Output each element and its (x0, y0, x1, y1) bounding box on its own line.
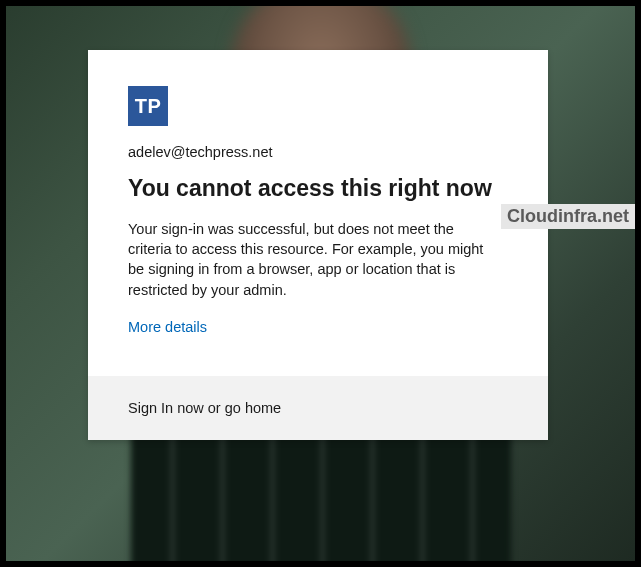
dialog-body: TP adelev@techpress.net You cannot acces… (88, 50, 548, 376)
org-logo-text: TP (135, 95, 162, 118)
access-blocked-dialog: TP adelev@techpress.net You cannot acces… (88, 50, 548, 440)
more-details-link[interactable]: More details (128, 319, 207, 335)
dialog-footer: Sign In now or go home (88, 376, 548, 440)
watermark-label: Cloudinfra.net (501, 204, 635, 229)
org-logo: TP (128, 86, 168, 126)
dialog-heading: You cannot access this right now (128, 174, 508, 203)
account-email: adelev@techpress.net (128, 144, 508, 160)
dialog-message: Your sign-in was successful, but does no… (128, 219, 488, 300)
footer-text: Sign In now or go home (128, 400, 281, 416)
